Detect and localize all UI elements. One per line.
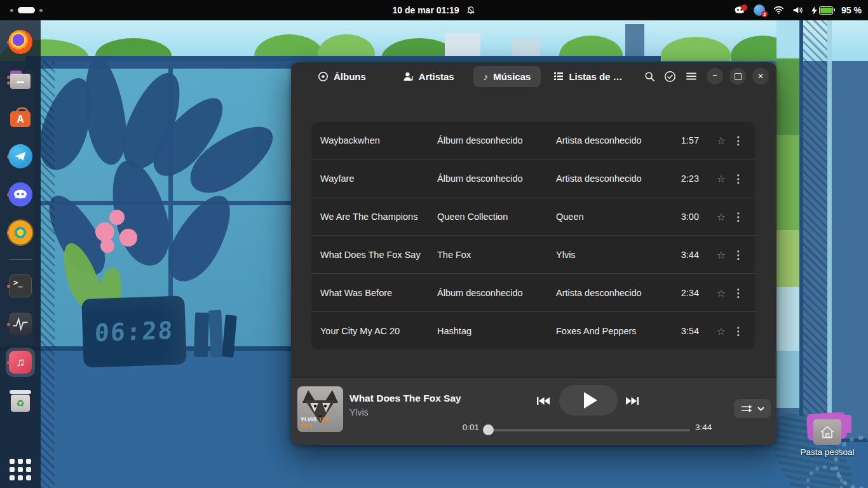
favorite-star-icon[interactable]: ☆ (717, 287, 726, 299)
volume-icon[interactable] (792, 6, 803, 15)
favorite-star-icon[interactable]: ☆ (717, 135, 726, 147)
elapsed-time: 0:01 (444, 423, 479, 432)
workspace-indicator[interactable] (10, 0, 43, 20)
favorite-star-icon[interactable]: ☆ (717, 248, 726, 261)
search-button[interactable] (642, 67, 658, 86)
song-album: The Fox (437, 250, 471, 260)
song-row[interactable]: What Was Before Álbum desconhecido Artis… (311, 274, 755, 312)
row-menu-icon[interactable]: ⋮ (733, 134, 743, 147)
check-circle-icon (664, 71, 676, 83)
song-duration: 3:44 (681, 250, 699, 260)
seek-bar[interactable] (485, 429, 690, 431)
song-album: Hashtag (437, 326, 471, 336)
minimize-button[interactable]: – (707, 68, 723, 85)
maximize-button[interactable] (729, 68, 746, 85)
telegram-tray-icon[interactable]: 3 (754, 4, 765, 16)
dock-item-files[interactable] (6, 65, 35, 95)
discord-tray-icon[interactable] (734, 6, 745, 15)
song-title: What Was Before (320, 288, 392, 298)
playback-options-button[interactable] (734, 399, 771, 418)
favorite-star-icon[interactable]: ☆ (717, 211, 726, 223)
favorite-star-icon[interactable]: ☆ (717, 325, 726, 337)
row-menu-icon[interactable]: ⋮ (733, 324, 743, 337)
chevron-down-icon (757, 407, 764, 411)
song-duration: 3:54 (681, 326, 699, 336)
dock-item-telegram[interactable] (6, 142, 35, 171)
tab-songs[interactable]: ♪ Músicas (473, 66, 541, 87)
play-queue-icon (741, 404, 753, 413)
wallpaper-sky (0, 20, 868, 61)
previous-icon (536, 396, 550, 406)
song-list: Waybackwhen Álbum desconhecido Artista d… (311, 122, 755, 349)
dock-item-ubuntu-software[interactable]: A (6, 104, 35, 133)
notification-badge (741, 4, 747, 11)
dock-item-discord[interactable] (6, 180, 35, 209)
row-menu-icon[interactable]: ⋮ (733, 210, 743, 224)
workspace-dot (39, 9, 43, 12)
xnview-icon (8, 220, 32, 245)
song-duration: 1:57 (681, 135, 699, 146)
dock-item-app-grid[interactable] (6, 455, 35, 484)
dock-item-system-monitor[interactable] (6, 309, 35, 339)
music-app-icon: ♫ (9, 351, 32, 374)
song-artist: Queen (556, 212, 584, 222)
song-row[interactable]: Your City My AC 20 Hashtag Foxes And Pep… (311, 312, 755, 349)
song-title: We Are The Champions (320, 212, 417, 222)
dock-item-music-active[interactable]: ♫ (6, 348, 35, 377)
running-indicator (7, 361, 10, 364)
close-button[interactable]: ✕ (752, 68, 769, 85)
dock-item-xnview[interactable] (6, 218, 35, 247)
dock-item-trash[interactable]: ♻ (6, 386, 35, 415)
song-row[interactable]: What Does The Fox Say The Fox Ylvis 3:44… (311, 236, 755, 274)
tab-songs-label: Músicas (493, 71, 531, 82)
clock-menu-button[interactable]: 10 de mar 01:19 (392, 0, 475, 20)
next-button[interactable] (624, 393, 641, 409)
playlist-icon (553, 72, 564, 81)
song-duration: 3:00 (681, 212, 699, 222)
play-button[interactable] (559, 385, 618, 416)
song-album: Álbum desconhecido (437, 135, 523, 146)
play-icon (584, 392, 597, 409)
discord-icon (8, 182, 32, 207)
select-mode-button[interactable] (662, 67, 678, 86)
song-duration: 2:23 (681, 173, 699, 184)
desktop: 06:28 10 de mar 01:19 (0, 0, 868, 488)
previous-button[interactable] (535, 393, 552, 409)
do-not-disturb-icon (466, 6, 476, 15)
row-menu-icon[interactable]: ⋮ (733, 286, 743, 299)
workspace-active-pill (18, 7, 35, 13)
song-artist: Artista desconhecido (556, 288, 642, 298)
song-artist: Artista desconhecido (556, 173, 642, 184)
app-grid-icon (10, 459, 31, 480)
wallpaper-clock-digits: 06:28 (94, 316, 175, 347)
wifi-icon[interactable] (773, 6, 784, 15)
search-icon (644, 71, 655, 82)
tab-artists[interactable]: Artistas (393, 66, 465, 87)
artist-icon (403, 71, 414, 82)
seek-handle[interactable] (483, 424, 494, 435)
disc-icon (318, 71, 329, 82)
trash-icon: ♻ (10, 389, 31, 412)
song-album: Álbum desconhecido (437, 173, 523, 184)
song-title: Your City My AC 20 (320, 326, 400, 336)
favorite-star-icon[interactable]: ☆ (717, 173, 726, 185)
song-row[interactable]: We Are The Champions Queen Collection Qu… (311, 198, 755, 236)
tab-albums[interactable]: Álbuns (308, 66, 376, 87)
row-menu-icon[interactable]: ⋮ (733, 248, 743, 261)
dock-separator (9, 259, 32, 260)
dock-item-firefox[interactable] (6, 27, 35, 57)
song-artist: Foxes And Peppers (556, 326, 637, 336)
charging-bolt-icon (811, 6, 817, 15)
home-folder-label: Pasta pessoal (801, 447, 855, 457)
menu-button[interactable] (683, 67, 699, 86)
desktop-icon-home[interactable]: Pasta pessoal (798, 413, 857, 457)
song-row[interactable]: Wayfare Álbum desconhecido Artista desco… (311, 160, 755, 198)
next-icon (625, 396, 639, 406)
dock-item-terminal[interactable]: >_ (6, 271, 35, 301)
row-menu-icon[interactable]: ⋮ (733, 172, 743, 186)
right-window-view (776, 20, 802, 408)
tab-playlists[interactable]: Listas de … (543, 66, 632, 87)
song-title: What Does The Fox Say (320, 250, 421, 260)
song-row[interactable]: Waybackwhen Álbum desconhecido Artista d… (311, 122, 755, 160)
battery-charging-icon[interactable] (811, 6, 833, 15)
